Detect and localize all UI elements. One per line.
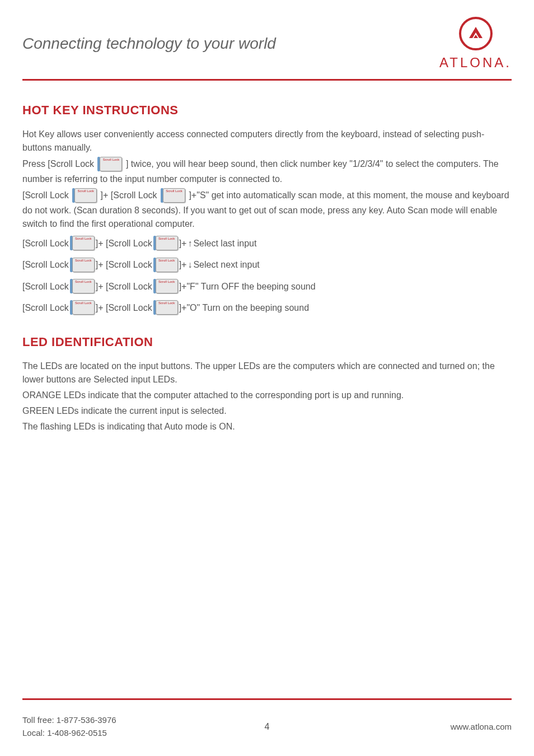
text-segment: ]+ [Scroll Lock xyxy=(96,233,152,254)
scroll-lock-key-icon: Scroll Lock xyxy=(97,157,122,172)
hotkey-shortcuts-list: [Scroll Lock Scroll Lock ]+ [Scroll Lock… xyxy=(22,233,512,319)
hotkey-intro: Hot Key allows user conveniently access … xyxy=(22,128,512,155)
atlona-logo-text: ATLONA. xyxy=(439,55,512,71)
text-segment: [Scroll Lock xyxy=(22,254,69,276)
hotkey-row: [Scroll Lock Scroll Lock ]+ [Scroll Lock… xyxy=(22,297,512,319)
led-line: The flashing LEDs is indicating that Aut… xyxy=(22,420,512,433)
text-segment: ]+ [Scroll Lock xyxy=(101,190,160,200)
text-segment: ]+ xyxy=(179,233,187,254)
scroll-lock-key-icon: Scroll Lock xyxy=(153,236,178,251)
hotkey-row: [Scroll Lock Scroll Lock ]+ [Scroll Lock… xyxy=(22,233,512,254)
arrow-up-icon: ↑ xyxy=(188,233,192,254)
led-description-block: The LEDs are located on the input button… xyxy=(22,360,512,433)
page-footer: Toll free: 1-877-536-3976 Local: 1-408-9… xyxy=(22,698,512,739)
text-segment: Select next input xyxy=(193,254,259,276)
scroll-lock-key-icon: Scroll Lock xyxy=(72,188,97,204)
scroll-lock-key-icon: Scroll Lock xyxy=(161,188,185,204)
led-line: The LEDs are located on the input button… xyxy=(22,360,512,386)
footer-toll-free: Toll free: 1-877-536-3976 xyxy=(22,714,116,727)
atlona-logo: ATLONA. xyxy=(439,17,512,71)
hotkey-row: [Scroll Lock Scroll Lock ]+ [Scroll Lock… xyxy=(22,276,512,297)
scroll-lock-key-icon: Scroll Lock xyxy=(70,279,95,295)
hotkey-press-line: Press [Scroll Lock Scroll Lock ] twice, … xyxy=(22,157,512,186)
led-line: GREEN LEDs indicate the current input is… xyxy=(22,404,512,418)
led-section-title: LED IDENTIFICATION xyxy=(22,335,512,349)
scroll-lock-key-icon: Scroll Lock xyxy=(70,300,95,316)
led-line: ORANGE LEDs indicate that the computer a… xyxy=(22,389,512,402)
scroll-lock-key-icon: Scroll Lock xyxy=(153,300,178,316)
text-segment: [Scroll Lock xyxy=(22,297,69,319)
page-container: Connecting technology to your world ATLO… xyxy=(0,0,534,756)
text-segment: ]+"O" Turn on the beeping sound xyxy=(179,297,309,319)
footer-divider xyxy=(22,698,512,700)
text-segment: ]+ [Scroll Lock xyxy=(96,297,152,319)
scroll-lock-key-icon: Scroll Lock xyxy=(70,258,95,273)
text-segment: ]+"F" Turn OFF the beeping sound xyxy=(179,276,316,297)
hotkey-scan-line: [Scroll Lock Scroll Lock ]+ [Scroll Lock… xyxy=(22,188,512,231)
scroll-lock-key-icon: Scroll Lock xyxy=(153,258,178,273)
footer-contact: Toll free: 1-877-536-3976 Local: 1-408-9… xyxy=(22,714,116,739)
footer-website: www.atlona.com xyxy=(451,722,512,731)
scroll-lock-key-icon: Scroll Lock xyxy=(70,236,95,251)
footer-page-number: 4 xyxy=(265,722,270,732)
text-segment: ]+ [Scroll Lock xyxy=(96,276,152,297)
page-header: Connecting technology to your world ATLO… xyxy=(22,17,512,81)
text-segment: ]+ [Scroll Lock xyxy=(96,254,152,276)
hotkey-row: [Scroll Lock Scroll Lock ]+ [Scroll Lock… xyxy=(22,254,512,276)
text-segment: Select last input xyxy=(193,233,256,254)
footer-local: Local: 1-408-962-0515 xyxy=(22,727,116,740)
text-segment: Press [Scroll Lock xyxy=(22,159,96,169)
arrow-down-icon: ↓ xyxy=(188,254,192,276)
atlona-logo-icon xyxy=(459,17,493,50)
header-tagline: Connecting technology to your world xyxy=(22,35,276,53)
scroll-lock-key-icon: Scroll Lock xyxy=(153,279,178,295)
text-segment: [Scroll Lock xyxy=(22,190,71,200)
footer-content: Toll free: 1-877-536-3976 Local: 1-408-9… xyxy=(22,714,512,739)
text-segment: ]+ xyxy=(179,254,187,276)
hotkey-section-title: HOT KEY INSTRUCTIONS xyxy=(22,103,512,118)
text-segment: [Scroll Lock xyxy=(22,276,69,297)
text-segment: [Scroll Lock xyxy=(22,233,69,254)
